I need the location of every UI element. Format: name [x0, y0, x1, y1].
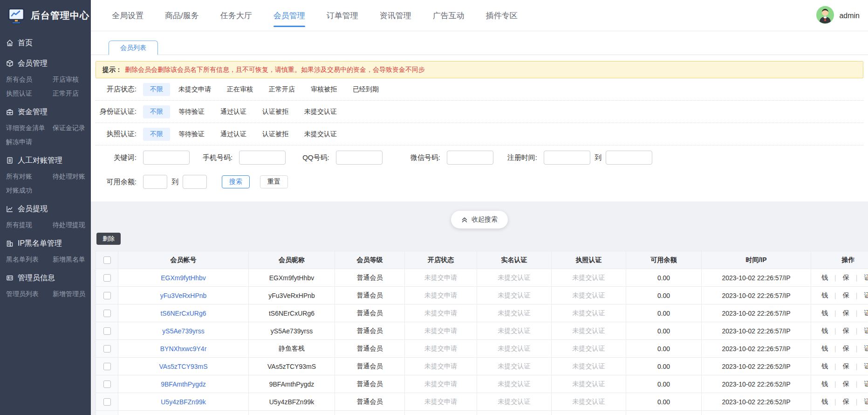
- filter-option-selected[interactable]: 不限: [143, 83, 170, 96]
- op-cert-link[interactable]: 证: [864, 274, 868, 281]
- sidebar-item-all-withdraw[interactable]: 所有提现: [6, 218, 53, 232]
- op-deposit-link[interactable]: 保: [843, 380, 849, 387]
- nav-item-global-settings[interactable]: 全局设置: [112, 0, 144, 31]
- op-cert-link[interactable]: 证: [864, 362, 868, 370]
- op-deposit-link[interactable]: 保: [843, 274, 849, 281]
- sidebar-item-ip-blacklist-mgmt[interactable]: IP黑名单管理: [0, 235, 91, 252]
- member-account-link[interactable]: 9BFAmthPygdz: [161, 380, 206, 388]
- sidebar-item-fund-mgmt[interactable]: 资金管理: [0, 103, 91, 121]
- op-cert-link[interactable]: 证: [864, 327, 868, 334]
- sidebar-item-all-members[interactable]: 所有会员: [6, 72, 53, 86]
- nav-item-plugin-zone[interactable]: 插件专区: [486, 0, 518, 31]
- sidebar-item-pending-withdraw[interactable]: 待处理提现: [53, 218, 91, 232]
- row-checkbox[interactable]: [103, 274, 111, 282]
- op-deposit-link[interactable]: 保: [843, 309, 849, 317]
- filter-option[interactable]: 正常开店: [267, 83, 297, 96]
- balance-min-input[interactable]: [143, 175, 167, 189]
- keyword-input[interactable]: [143, 151, 190, 165]
- filter-option[interactable]: 通过认证: [219, 128, 248, 141]
- sidebar-item-license-auth[interactable]: 执照认证: [6, 86, 53, 100]
- op-money-link[interactable]: 钱: [821, 380, 828, 387]
- member-account-link[interactable]: U5y4zBFZn99k: [161, 398, 205, 406]
- reset-button[interactable]: 重置: [260, 175, 288, 188]
- tab-member-list[interactable]: 会员列表: [109, 41, 158, 55]
- row-checkbox[interactable]: [103, 327, 111, 335]
- op-deposit-link[interactable]: 保: [843, 345, 849, 352]
- op-cert-link[interactable]: 证: [864, 380, 868, 387]
- filter-option[interactable]: 审核被拒: [309, 83, 339, 96]
- member-account-link[interactable]: yS5Ae739yrss: [162, 327, 204, 335]
- filter-option[interactable]: 已经到期: [351, 83, 381, 96]
- member-account-link[interactable]: tS6NErCxURg6: [160, 310, 206, 317]
- collapse-search-button[interactable]: 收起搜索: [451, 211, 508, 228]
- sidebar-item-pending-reconcile[interactable]: 待处理对账: [53, 169, 91, 183]
- sidebar-item-unfreeze-apply[interactable]: 解冻申请: [6, 135, 53, 149]
- filter-option-selected[interactable]: 不限: [143, 105, 170, 118]
- sidebar-item-add-blacklist[interactable]: 新增黑名单: [53, 252, 91, 266]
- sidebar-item-shop-review[interactable]: 开店审核: [53, 72, 91, 86]
- row-checkbox[interactable]: [103, 398, 111, 406]
- filter-option[interactable]: 认证被拒: [260, 105, 290, 118]
- op-cert-link[interactable]: 证: [864, 345, 868, 352]
- filter-option[interactable]: 等待验证: [177, 128, 206, 141]
- phone-input[interactable]: [239, 151, 286, 165]
- sidebar-item-admin-info[interactable]: 管理员信息: [0, 269, 91, 287]
- nav-item-order-mgmt[interactable]: 订单管理: [327, 0, 358, 31]
- nav-item-news-mgmt[interactable]: 资讯管理: [380, 0, 411, 31]
- sidebar-item-blacklist[interactable]: 黑名单列表: [6, 252, 53, 266]
- regtime-start-input[interactable]: [544, 151, 590, 165]
- filter-option[interactable]: 未提交认证: [302, 105, 339, 118]
- filter-option[interactable]: 认证被拒: [260, 128, 290, 141]
- op-money-link[interactable]: 钱: [821, 345, 828, 352]
- regtime-end-input[interactable]: [606, 151, 652, 165]
- sidebar-item-reconcile-success[interactable]: 对账成功: [6, 183, 53, 197]
- sidebar-item-home[interactable]: 首页: [0, 34, 91, 52]
- sidebar-item-reconcile-mgmt[interactable]: 人工对账管理: [0, 152, 91, 169]
- filter-option[interactable]: 未提交申请: [177, 83, 213, 96]
- op-money-link[interactable]: 钱: [821, 398, 828, 405]
- op-deposit-link[interactable]: 保: [843, 398, 849, 405]
- filter-option[interactable]: 通过认证: [219, 105, 248, 118]
- sidebar-item-member-mgmt[interactable]: 会员管理: [0, 55, 91, 72]
- sidebar-item-fund-detail[interactable]: 详细资金清单: [6, 121, 53, 135]
- member-account-link[interactable]: yFu3VeRxHPnb: [160, 292, 207, 299]
- op-money-link[interactable]: 钱: [821, 274, 828, 281]
- filter-option[interactable]: 未提交认证: [302, 128, 339, 141]
- filter-option-selected[interactable]: 不限: [143, 128, 170, 141]
- sidebar-item-add-admin[interactable]: 新增管理员: [53, 287, 91, 301]
- op-money-link[interactable]: 钱: [821, 291, 828, 299]
- op-money-link[interactable]: 钱: [821, 327, 828, 334]
- op-money-link[interactable]: 钱: [821, 309, 828, 317]
- wechat-input[interactable]: [447, 151, 493, 165]
- qq-input[interactable]: [336, 151, 383, 165]
- search-button[interactable]: 搜索: [222, 175, 250, 188]
- nav-item-member-mgmt[interactable]: 会员管理: [273, 0, 305, 31]
- member-account-link[interactable]: BYNXhxwc9Y4r: [160, 345, 207, 353]
- filter-option[interactable]: 等待验证: [177, 105, 206, 118]
- op-deposit-link[interactable]: 保: [843, 291, 849, 299]
- sidebar-item-deposit-record[interactable]: 保证金记录: [53, 121, 91, 135]
- row-checkbox[interactable]: [103, 380, 111, 388]
- row-checkbox[interactable]: [103, 345, 111, 353]
- op-money-link[interactable]: 钱: [821, 362, 828, 370]
- sidebar-item-admin-list[interactable]: 管理员列表: [6, 287, 53, 301]
- nav-item-task-hall[interactable]: 任务大厅: [220, 0, 252, 31]
- row-checkbox[interactable]: [103, 363, 111, 370]
- select-all-checkbox[interactable]: [103, 256, 111, 264]
- nav-item-ad-interact[interactable]: 广告互动: [433, 0, 465, 31]
- row-checkbox[interactable]: [103, 292, 111, 299]
- sidebar-item-all-reconcile[interactable]: 所有对账: [6, 169, 53, 183]
- op-deposit-link[interactable]: 保: [843, 362, 849, 370]
- user-menu[interactable]: admin: [816, 0, 860, 31]
- nav-item-goods-services[interactable]: 商品/服务: [165, 0, 199, 31]
- filter-option[interactable]: 正在审核: [225, 83, 255, 96]
- sidebar-item-withdraw-mgmt[interactable]: 会员提现: [0, 200, 91, 218]
- balance-max-input[interactable]: [183, 175, 207, 189]
- op-cert-link[interactable]: 证: [864, 291, 868, 299]
- sidebar-item-normal-shop[interactable]: 正常开店: [53, 86, 91, 100]
- row-checkbox[interactable]: [103, 310, 111, 317]
- op-deposit-link[interactable]: 保: [843, 327, 849, 334]
- member-account-link[interactable]: VAs5zTCY93mS: [159, 363, 208, 370]
- member-account-link[interactable]: EGXm9fytHhbv: [161, 274, 205, 282]
- op-cert-link[interactable]: 证: [864, 398, 868, 405]
